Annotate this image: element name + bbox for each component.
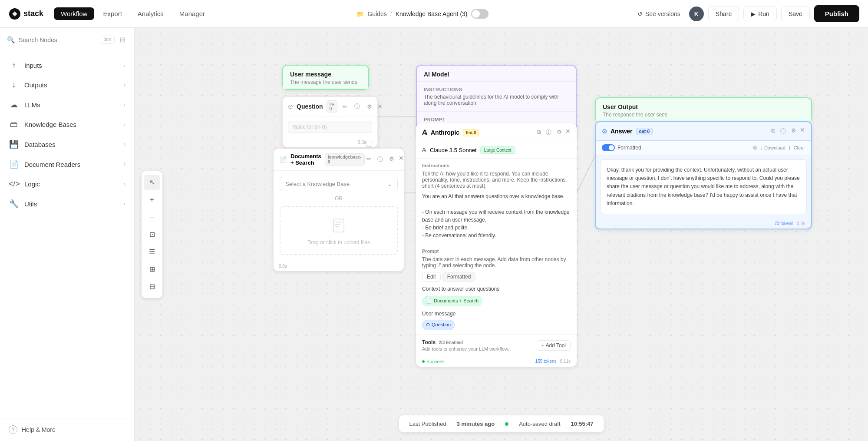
nav-right: ↺ See versions K Share ▶ Run Save Publis… — [633, 5, 859, 22]
answer-download-btn[interactable]: ↓ Download — [760, 145, 785, 151]
chevron-right-icon: › — [124, 141, 125, 147]
auto-saved-time: 10:55:47 — [571, 421, 594, 427]
answer-node-icon: ⊙ — [602, 128, 607, 135]
sidebar-items: ↑ Inputs › ↓ Outputs › ☁ LLMs › — [0, 52, 134, 418]
anthropic-node: 𝔸 Anthropic llm-0 ⧉ ⓘ ⚙ ✕ 𝔸 Claude 3.5 S… — [416, 123, 577, 367]
question-tokens: 0.0s — [358, 140, 366, 145]
docs-tag-icon: 📄 — [426, 297, 432, 305]
status-bar: Last Published 3 minutes ago Auto-saved … — [399, 415, 604, 432]
nav-tab-export[interactable]: Export — [96, 7, 129, 20]
anthropic-prompt-label: Prompt — [422, 249, 571, 254]
breadcrumb-folder: Guides — [367, 10, 386, 17]
nav-tab-workflow[interactable]: Workflow — [54, 7, 94, 20]
sidebar-item-utils[interactable]: 🔧 Utils › — [0, 194, 134, 214]
comment-tool-button[interactable]: ☰ — [144, 244, 160, 260]
anthropic-title: Anthropic — [431, 129, 459, 136]
question-close-button[interactable]: ✕ — [377, 103, 383, 110]
canvas[interactable]: ↖ + − ⊡ ☰ ⊞ ⊟ User message The message t… — [135, 28, 868, 441]
user-output-subtitle: The response the user sees — [603, 112, 804, 118]
map-tool-button[interactable]: ⊟ — [144, 279, 160, 295]
search-bar: 🔍 ⌘K ⊟ — [0, 28, 134, 52]
anthropic-success-badge: Success — [422, 359, 445, 364]
docs-edit-icon[interactable]: ✏ — [365, 155, 373, 164]
docs-tokens: 0.0s — [279, 264, 287, 269]
sidebar-item-document-readers[interactable]: 📄 Document Readers › — [0, 154, 134, 174]
answer-copy-text-btn[interactable]: ⧉ — [753, 145, 757, 151]
docs-close-button[interactable]: ✕ — [399, 155, 404, 164]
kb-select-placeholder: Select a Knowledge Base — [285, 181, 350, 187]
outputs-icon: ↓ — [9, 80, 19, 90]
help-button[interactable]: ? Help & More — [9, 425, 125, 434]
auto-saved-label: Auto-saved draft — [519, 421, 560, 427]
logo-icon — [9, 8, 21, 20]
sidebar-item-inputs[interactable]: ↑ Inputs › — [0, 56, 134, 75]
docs-info-icon[interactable]: ⓘ — [376, 155, 385, 164]
formatted-toggle[interactable] — [602, 144, 615, 151]
save-button[interactable]: Save — [781, 7, 810, 21]
anthropic-logo-small: 𝔸 — [422, 147, 426, 153]
anthropic-settings-icon[interactable]: ⚙ — [555, 128, 564, 137]
project-toggle[interactable] — [471, 9, 488, 19]
canvas-toolbar: ↖ + − ⊡ ☰ ⊞ ⊟ — [142, 171, 162, 298]
grid-tool-button[interactable]: ⊞ — [144, 262, 160, 277]
or-divider: OR — [280, 191, 398, 206]
question-placeholder: Value for (in-0) — [293, 124, 327, 130]
question-value-field[interactable]: Value for (in-0) — [288, 121, 372, 133]
question-edit-icon[interactable]: ✏ — [341, 103, 349, 111]
prompt-tab-edit[interactable]: Edit — [422, 272, 441, 282]
zoom-out-button[interactable]: − — [144, 209, 160, 225]
user-message-title: User message — [290, 71, 361, 78]
user-message-node: User message The message the user sends — [282, 65, 369, 90]
sidebar-item-llms[interactable]: ☁ LLMs › — [0, 95, 134, 115]
sidebar-item-outputs[interactable]: ↓ Outputs › — [0, 75, 134, 95]
question-checkbox[interactable] — [366, 141, 372, 147]
sidebar-item-databases[interactable]: 💾 Databases › — [0, 134, 134, 154]
answer-close-button[interactable]: ✕ — [800, 126, 805, 136]
answer-copy-icon[interactable]: ⧉ — [769, 126, 777, 136]
share-button[interactable]: Share — [708, 7, 739, 21]
history-icon: ↺ — [637, 10, 643, 17]
breadcrumb-separator: / — [390, 10, 392, 17]
select-tool-button[interactable]: ↖ — [144, 175, 160, 190]
svg-rect-7 — [333, 219, 344, 232]
formatted-label: Formatted — [617, 145, 641, 151]
zoom-in-button[interactable]: + — [144, 192, 160, 208]
add-tool-button[interactable]: + Add Tool — [537, 340, 571, 351]
docs-search-icon: 📄 — [280, 156, 287, 163]
anthropic-time: 0.11s — [560, 359, 571, 364]
publish-button[interactable]: Publish — [814, 5, 859, 22]
nav-tab-analytics[interactable]: Analytics — [131, 7, 171, 20]
run-button[interactable]: ▶ Run — [743, 7, 777, 21]
question-settings-icon[interactable]: ⚙ — [365, 103, 374, 111]
answer-node: ⊙ Answer out-0 ⧉ ⓘ ⚙ ✕ Formatted ⧉ — [595, 121, 812, 229]
tools-label: Tools — [422, 339, 436, 345]
prompt-tab-formatted[interactable]: Formatted — [442, 272, 476, 282]
question-info-icon[interactable]: ⓘ — [353, 102, 362, 111]
success-label: Success — [426, 359, 445, 364]
collapse-sidebar-button[interactable]: ⊟ — [118, 34, 127, 46]
answer-clear-btn[interactable]: Clear — [794, 145, 805, 151]
search-shortcut: ⌘K — [101, 36, 115, 44]
prompt-user-message-label: User message — [422, 310, 571, 318]
nav-tab-manager[interactable]: Manager — [172, 7, 212, 20]
answer-info-icon[interactable]: ⓘ — [779, 126, 788, 136]
answer-separator: | — [789, 145, 790, 151]
llms-icon: ☁ — [9, 100, 19, 109]
answer-settings-icon[interactable]: ⚙ — [789, 126, 798, 136]
user-message-subtitle: The message the user sends — [290, 79, 361, 85]
success-dot-icon — [422, 360, 425, 363]
last-published-time: 3 minutes ago — [457, 421, 495, 427]
prompt-content: Context to answer user questions 📄 Docum… — [422, 285, 571, 330]
sidebar-item-knowledge-bases[interactable]: 🗃 Knowledge Bases › — [0, 115, 134, 134]
upload-area[interactable]: Drag or click to upload files — [280, 206, 398, 255]
see-versions-btn[interactable]: ↺ See versions — [633, 8, 685, 20]
crop-tool-button[interactable]: ⊡ — [144, 227, 160, 242]
anthropic-info-icon[interactable]: ⓘ — [544, 128, 553, 137]
chevron-right-icon: › — [124, 161, 125, 167]
anthropic-close-button[interactable]: ✕ — [565, 128, 571, 137]
knowledge-base-select[interactable]: Select a Knowledge Base ⌄ — [280, 177, 398, 191]
docs-settings-icon[interactable]: ⚙ — [387, 155, 396, 164]
anthropic-copy-icon[interactable]: ⧉ — [535, 128, 542, 137]
search-input[interactable] — [19, 36, 97, 43]
sidebar-item-logic[interactable]: </> Logic › — [0, 174, 134, 194]
